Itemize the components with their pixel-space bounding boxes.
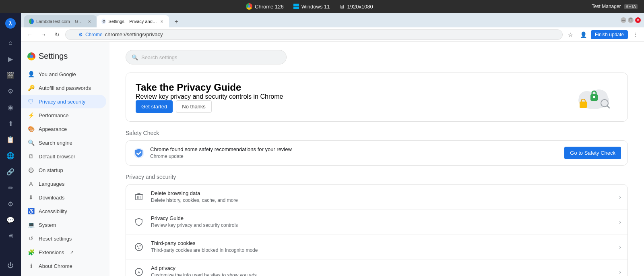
tab-settings[interactable]: ⚙ Settings – Privacy and security ✕ (97, 15, 169, 27)
sidebar-item-network[interactable]: 🌐 (3, 148, 18, 163)
address-bar-row: ← → ↻ ⚙ Chrome chrome://settings/privacy… (21, 27, 644, 42)
nav-label-on-startup: On startup (39, 167, 63, 173)
nav-item-reset[interactable]: ↺ Reset settings (21, 232, 106, 245)
list-item-delete-browsing-data[interactable]: Delete browsing data Delete history, coo… (126, 185, 627, 210)
sidebar-item-realtime[interactable]: ▶ (3, 52, 18, 66)
ad-privacy-text: Ad privacy Customize the info used by si… (151, 265, 613, 276)
safety-check-icon (132, 147, 145, 160)
nav-label-autofill: Autofill and passwords (39, 85, 91, 91)
address-bar[interactable]: ⚙ Chrome chrome://settings/privacy (65, 29, 563, 40)
svg-point-20 (137, 245, 138, 247)
sidebar-item-logs[interactable]: 📋 (3, 132, 18, 147)
nav-item-languages[interactable]: A Languages (21, 177, 106, 191)
languages-icon: A (27, 180, 35, 187)
nav-item-extensions[interactable]: 🧩 Extensions ↗ (21, 245, 106, 259)
privacy-guide-title: Take the Privacy Guide (136, 82, 283, 93)
address-url: chrome://settings/privacy (105, 31, 163, 37)
settings-search-bar[interactable]: 🔍 Search settings (126, 50, 287, 64)
get-started-button[interactable]: Get started (136, 100, 173, 113)
lt-logo: λ (3, 16, 18, 31)
go-to-safety-check-button[interactable]: Go to Safety Check (564, 147, 621, 159)
list-item-third-party-cookies[interactable]: Third-party cookies Third-party cookies … (126, 234, 627, 259)
profile-button[interactable]: 👤 (578, 29, 589, 40)
nav-label-privacy: Privacy and security (39, 99, 85, 105)
privacy-settings-list: Delete browsing data Delete history, coo… (126, 184, 628, 276)
about-icon: ℹ (27, 262, 35, 270)
windows-logo-icon (293, 4, 299, 9)
nav-item-you-google[interactable]: 👤 You and Google (21, 67, 106, 81)
downloads-icon: ⬇ (27, 194, 35, 201)
settings-page-title: Settings (39, 52, 68, 61)
top-bar: Chrome 126 Windows 11 🖥 1920x1080 Test M… (0, 0, 644, 13)
cookies-title: Third-party cookies (151, 240, 613, 246)
nav-item-privacy[interactable]: 🛡 Privacy and security (21, 95, 106, 108)
tab-lambdatest[interactable]: LambdaTest.com – Get Started ✕ (24, 15, 97, 27)
back-button[interactable]: ← (24, 29, 35, 40)
finish-update-button[interactable]: Finish update (591, 30, 628, 39)
beta-badge: BETA (624, 4, 638, 9)
nav-label-downloads: Downloads (39, 195, 64, 201)
svg-point-7 (593, 96, 595, 98)
tab-lambdatest-close[interactable]: ✕ (87, 19, 92, 24)
sidebar-item-settings2[interactable]: ⚙ (3, 197, 18, 211)
cookies-text: Third-party cookies Third-party cookies … (151, 240, 613, 253)
sidebar-item-device[interactable]: 🖥 (3, 229, 18, 243)
nav-item-performance[interactable]: ⚡ Performance (21, 108, 106, 122)
nav-item-system[interactable]: 💻 System (21, 218, 106, 232)
close-button[interactable]: ✕ (635, 17, 641, 23)
delete-browsing-desc: Delete history, cookies, cache, and more (151, 197, 238, 203)
menu-button[interactable]: ⋮ (630, 29, 641, 40)
sidebar-item-edit[interactable]: ✏ (3, 181, 18, 195)
privacy-guide-list-title: Privacy Guide (151, 215, 613, 221)
new-tab-button[interactable]: + (171, 16, 182, 27)
privacy-icon: 🛡 (27, 98, 35, 105)
nav-item-on-startup[interactable]: ⏻ On startup (21, 163, 106, 177)
safety-check-text: Chrome found some safety recommendations… (150, 146, 559, 160)
delete-browsing-text: Delete browsing data Delete history, coo… (151, 190, 613, 203)
no-thanks-button[interactable]: No thanks (176, 100, 212, 113)
restore-button[interactable]: ❐ (628, 17, 634, 23)
svg-point-22 (138, 247, 140, 249)
safety-check-section-title: Safety Check (126, 130, 628, 136)
tab-settings-close[interactable]: ✕ (160, 19, 164, 24)
nav-item-about[interactable]: ℹ About Chrome (21, 259, 106, 273)
privacy-guide-text: Take the Privacy Guide Review key privac… (136, 82, 283, 113)
nav-item-autofill[interactable]: 🔑 Autofill and passwords (21, 81, 106, 95)
cookies-desc: Third-party cookies are blocked in Incog… (151, 247, 258, 253)
sidebar-item-integrations[interactable]: 🔗 (3, 164, 18, 179)
list-item-privacy-guide[interactable]: Privacy Guide Review key privacy and sec… (126, 210, 627, 234)
settings-sidebar: Settings 👤 You and Google 🔑 Autofill and… (21, 42, 109, 276)
browser-label: Chrome 126 (255, 4, 284, 10)
extensions-icon: 🧩 (27, 249, 35, 256)
bookmark-button[interactable]: ☆ (565, 29, 576, 40)
sidebar-item-automation[interactable]: ⚙ (3, 84, 18, 98)
svg-point-19 (135, 243, 142, 251)
sidebar-item-chat[interactable]: 💬 (3, 213, 18, 227)
nav-item-accessibility[interactable]: ♿ Accessibility (21, 204, 106, 218)
chrome-logo-icon (246, 3, 252, 10)
os-label: Windows 11 (301, 4, 330, 10)
nav-item-search-engine[interactable]: 🔍 Search engine (21, 136, 106, 149)
forward-button[interactable]: → (38, 29, 49, 40)
list-item-ad-privacy[interactable]: A Ad privacy Customize the info used by … (126, 259, 627, 276)
sidebar-item-power[interactable]: ⏻ (3, 258, 18, 273)
cookies-icon (132, 241, 145, 253)
settings-title: Settings (21, 48, 109, 67)
sidebar-item-upload[interactable]: ⬆ (3, 116, 18, 131)
tab-settings-label: Settings – Privacy and security (108, 19, 157, 24)
sidebar-item-visual[interactable]: ◉ (3, 100, 18, 114)
svg-text:λ: λ (9, 20, 12, 27)
top-bar-center: Chrome 126 Windows 11 🖥 1920x1080 (246, 3, 373, 10)
sidebar-item-video[interactable]: 🎬 (3, 68, 18, 82)
minimize-button[interactable]: — (621, 17, 626, 23)
nav-item-default-browser[interactable]: 🖥 Default browser (21, 149, 106, 163)
safety-check-message: Chrome found some safety recommendations… (150, 146, 559, 152)
nav-item-appearance[interactable]: 🎨 Appearance (21, 122, 106, 136)
delete-browsing-title: Delete browsing data (151, 190, 613, 196)
cookies-chevron: › (619, 244, 621, 250)
sidebar-item-home[interactable]: ⌂ (3, 35, 18, 50)
privacy-guide-description: Review key privacy and security controls… (136, 93, 283, 100)
privacy-guide-buttons: Get started No thanks (136, 100, 283, 113)
reload-button[interactable]: ↻ (52, 29, 63, 40)
nav-item-downloads[interactable]: ⬇ Downloads (21, 191, 106, 204)
